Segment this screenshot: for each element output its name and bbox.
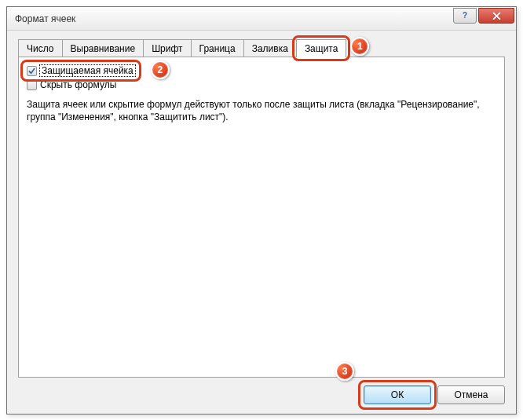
ok-button-label: ОК xyxy=(391,389,404,400)
window-buttons: ? xyxy=(452,7,516,30)
checkbox-protected-label[interactable]: Защищаемая ячейка xyxy=(40,65,135,76)
checkbox-hide-formulas[interactable] xyxy=(27,80,37,90)
checkbox-hide-row: Скрыть формулы xyxy=(27,79,496,90)
marker-1: 1 xyxy=(350,37,369,56)
marker-2: 2 xyxy=(151,60,170,79)
window-title: Формат ячеек xyxy=(15,13,452,24)
marker-3: 3 xyxy=(335,362,354,381)
tab-strip: Число Выравнивание Шрифт Граница Заливка… xyxy=(18,38,505,57)
tab-panel-protection: Защищаемая ячейка 2 Скрыть формулы Защит… xyxy=(18,57,505,378)
tab-fill[interactable]: Заливка xyxy=(243,39,297,57)
tab-border[interactable]: Граница xyxy=(191,39,244,57)
svg-text:?: ? xyxy=(463,12,467,20)
dialog-buttons: ОК 3 Отмена xyxy=(18,378,505,404)
tab-font[interactable]: Шрифт xyxy=(143,39,191,57)
cancel-button-label: Отмена xyxy=(454,389,488,400)
checkbox-protected[interactable] xyxy=(27,66,37,76)
tab-protection[interactable]: Защита 1 xyxy=(296,39,347,57)
help-button[interactable]: ? xyxy=(453,8,477,24)
tab-protection-label: Защита xyxy=(305,43,338,54)
tab-alignment[interactable]: Выравнивание xyxy=(62,39,144,57)
close-button[interactable] xyxy=(478,8,514,24)
checkbox-protected-row: Защищаемая ячейка 2 xyxy=(27,65,135,76)
client-area: Число Выравнивание Шрифт Граница Заливка… xyxy=(7,31,516,414)
dialog-window: Формат ячеек ? Число Выравнивание Шрифт … xyxy=(6,6,517,415)
tab-number[interactable]: Число xyxy=(18,39,63,57)
title-bar: Формат ячеек ? xyxy=(7,7,516,31)
checkbox-hide-label[interactable]: Скрыть формулы xyxy=(40,79,116,90)
ok-button[interactable]: ОК xyxy=(364,385,431,404)
protection-description: Защита ячеек или скрытие формул действую… xyxy=(27,98,496,123)
cancel-button[interactable]: Отмена xyxy=(437,385,505,404)
